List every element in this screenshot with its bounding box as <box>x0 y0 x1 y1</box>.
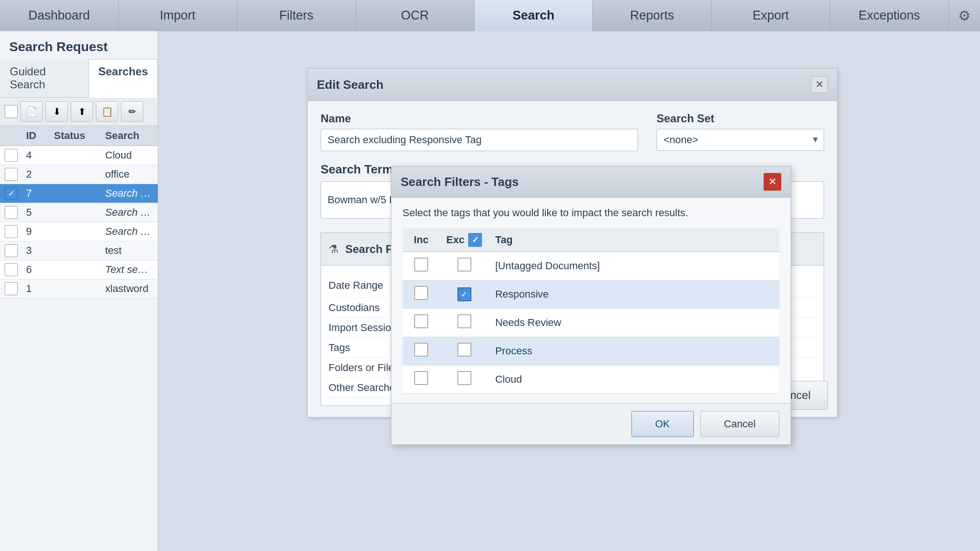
table-row[interactable]: 1 xlastword <box>0 279 158 299</box>
tab-row: Guided Search Searches <box>0 59 158 98</box>
exc-checkbox-responsive[interactable]: ✓ <box>457 287 471 301</box>
tag-name-untagged: [Untagged Documents] <box>489 252 779 280</box>
row-search: xlastword <box>105 283 153 295</box>
tags-dialog-title: Search Filters - Tags <box>401 175 519 189</box>
row-id: 1 <box>26 283 49 295</box>
search-set-select[interactable]: <none> <box>657 129 824 151</box>
down-icon: ⬇ <box>53 106 61 117</box>
toolbar-row: 📄 ⬇ ⬆ 📋 ✏ <box>0 98 158 126</box>
row-search: Search for all untagger... <box>105 226 153 238</box>
form-row-name: Name Search Set <none> ▼ <box>321 112 824 151</box>
toolbar-btn-1[interactable]: 📄 <box>20 101 43 122</box>
table-row[interactable]: 5 Search for all text. <box>0 203 158 222</box>
row-checkbox[interactable] <box>5 225 18 238</box>
exc-checkbox-needs-review[interactable] <box>457 314 471 328</box>
top-navigation: Dashboard Import Filters OCR Search Repo… <box>0 0 980 31</box>
edit-search-header: Edit Search ✕ <box>308 69 837 101</box>
exc-checkbox-process[interactable] <box>457 343 471 357</box>
nav-tab-import[interactable]: Import <box>119 0 237 31</box>
table-row[interactable]: 4 Cloud <box>0 146 158 165</box>
table-row[interactable]: 6 Text search with all re... <box>0 260 158 279</box>
settings-icon[interactable]: ⚙ <box>949 0 980 31</box>
row-search: Cloud <box>105 149 153 161</box>
tab-guided-search[interactable]: Guided Search <box>0 59 88 97</box>
nav-tab-reports[interactable]: Reports <box>593 0 712 31</box>
row-checkbox[interactable] <box>5 149 18 162</box>
table-row[interactable]: ✓ 7 Search excluding Resp... <box>0 184 158 203</box>
exc-header: Exc <box>440 228 489 252</box>
tags-table-header: Inc Exc Tag <box>403 228 779 252</box>
row-checkbox[interactable] <box>5 263 18 276</box>
table-row[interactable]: 3 test <box>0 241 158 260</box>
exc-checkbox-untagged[interactable] <box>457 258 471 272</box>
main-content: Search Request Guided Search Searches 📄 … <box>0 31 980 551</box>
table-header: ID Status Search <box>0 126 158 146</box>
table-body: 4 Cloud 2 office ✓ 7 Search excluding Re… <box>0 146 158 551</box>
exc-all-checkbox[interactable] <box>468 233 482 247</box>
edit-icon: ✏ <box>128 106 136 117</box>
row-search: Text search with all re... <box>105 264 153 276</box>
tags-table: Inc Exc Tag <box>403 228 779 394</box>
tags-table-body: [Untagged Documents] ✓ Responsive N <box>403 252 779 394</box>
row-checkbox[interactable]: ✓ <box>5 187 18 200</box>
select-all-checkbox[interactable] <box>5 105 18 118</box>
table-row[interactable]: 2 office <box>0 165 158 184</box>
tag-name-process: Process <box>489 337 779 365</box>
toolbar-btn-5[interactable]: ✏ <box>121 101 143 122</box>
tag-name-responsive: Responsive <box>489 280 779 309</box>
tag-name-cloud: Cloud <box>489 365 779 394</box>
tags-description: Select the tags that you would like to i… <box>403 207 779 219</box>
col-header-search: Search <box>105 130 153 142</box>
table-row[interactable]: 9 Search for all untagger... <box>0 222 158 241</box>
row-id: 3 <box>26 245 49 257</box>
tag-row: Cloud <box>403 365 779 394</box>
tab-searches[interactable]: Searches <box>88 59 158 98</box>
row-id: 4 <box>26 149 49 161</box>
inc-checkbox-needs-review[interactable] <box>414 314 428 328</box>
toolbar-btn-4[interactable]: 📋 <box>96 101 118 122</box>
inc-checkbox-responsive[interactable] <box>414 286 428 300</box>
tags-ok-button[interactable]: OK <box>631 411 694 437</box>
nav-tab-search[interactable]: Search <box>475 0 593 31</box>
nav-tab-filters[interactable]: Filters <box>237 0 356 31</box>
col-header-status: Status <box>54 130 101 142</box>
edit-search-title: Edit Search <box>317 78 383 92</box>
copy-icon: 📋 <box>101 106 113 117</box>
inc-header: Inc <box>403 228 440 252</box>
row-search: office <box>105 168 153 180</box>
tags-dialog-close-button[interactable]: ✕ <box>764 173 781 191</box>
nav-tab-exceptions[interactable]: Exceptions <box>830 0 949 31</box>
row-search: Search for all text. <box>105 206 153 219</box>
inc-checkbox-untagged[interactable] <box>414 258 428 272</box>
row-checkbox[interactable] <box>5 168 18 181</box>
form-group-name: Name <box>321 112 638 151</box>
new-icon: 📄 <box>26 106 38 117</box>
tags-dialog-body: Select the tags that you would like to i… <box>391 198 791 403</box>
tags-dialog: Search Filters - Tags ✕ Select the tags … <box>391 166 791 445</box>
row-id: 7 <box>26 187 49 199</box>
up-icon: ⬆ <box>78 106 86 117</box>
row-checkbox[interactable] <box>5 206 18 219</box>
search-set-wrapper: <none> ▼ <box>657 129 824 151</box>
toolbar-btn-3[interactable]: ⬆ <box>71 101 93 122</box>
tags-cancel-button[interactable]: Cancel <box>700 411 779 437</box>
inc-checkbox-process[interactable] <box>414 343 428 357</box>
inc-checkbox-cloud[interactable] <box>414 371 428 385</box>
tag-header: Tag <box>489 228 779 252</box>
row-checkbox[interactable] <box>5 282 18 295</box>
nav-tab-export[interactable]: Export <box>712 0 830 31</box>
row-search: test <box>105 245 153 257</box>
name-label: Name <box>321 112 638 125</box>
exc-checkbox-cloud[interactable] <box>457 371 471 385</box>
name-input[interactable] <box>321 129 638 151</box>
tag-name-needs-review: Needs Review <box>489 309 779 337</box>
tag-row: Needs Review <box>403 309 779 337</box>
toolbar-btn-2[interactable]: ⬇ <box>46 101 68 122</box>
nav-tab-ocr[interactable]: OCR <box>356 0 475 31</box>
tag-row: ✓ Responsive <box>403 280 779 309</box>
left-panel: Search Request Guided Search Searches 📄 … <box>0 31 158 551</box>
nav-tab-dashboard[interactable]: Dashboard <box>0 0 119 31</box>
tag-row: Process <box>403 337 779 365</box>
row-checkbox[interactable] <box>5 244 18 257</box>
edit-search-close-button[interactable]: ✕ <box>811 76 828 93</box>
